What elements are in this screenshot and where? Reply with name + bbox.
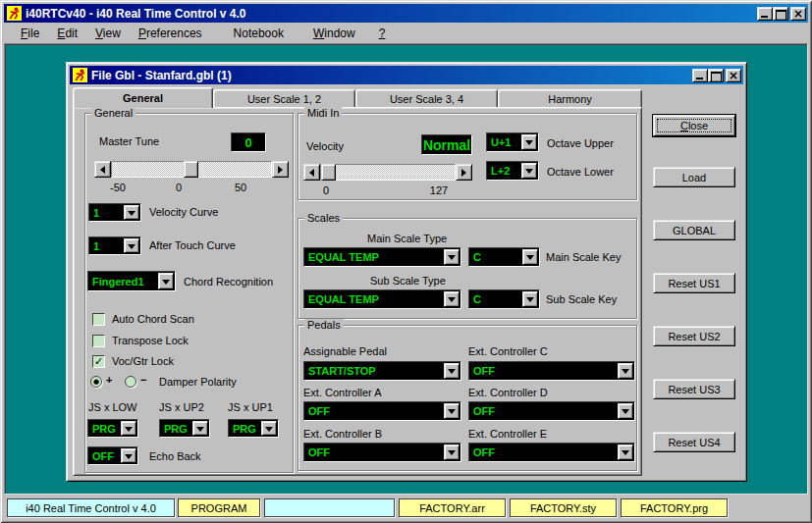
dropdown-button[interactable]: [124, 238, 139, 253]
dropdown-button[interactable]: [261, 421, 277, 436]
scroll-right-button[interactable]: [456, 164, 472, 181]
main-scale-key-select[interactable]: C: [468, 247, 540, 267]
dropdown-button[interactable]: [121, 421, 136, 436]
scroll-right-button[interactable]: [272, 161, 289, 178]
ext-controller-e-select[interactable]: OFF: [468, 443, 635, 462]
close-window-button[interactable]: ×: [790, 7, 806, 21]
damper-minus-radio[interactable]: [125, 376, 136, 388]
dropdown-button[interactable]: [444, 291, 460, 307]
load-button[interactable]: Load: [653, 167, 735, 187]
main-scale-type-select[interactable]: EQUAL TEMP: [303, 247, 461, 267]
dropdown-button[interactable]: [522, 291, 538, 307]
tab-user-scale-1-2[interactable]: User Scale 1, 2: [213, 89, 355, 108]
menu-edit[interactable]: Edit: [48, 24, 86, 43]
slider-track[interactable]: [320, 164, 456, 181]
child-maximize-button[interactable]: [708, 69, 724, 82]
combo-value: OFF: [473, 405, 495, 417]
echo-back-select[interactable]: OFF: [87, 446, 138, 465]
dropdown-button[interactable]: [444, 403, 460, 419]
ext-controller-d-select[interactable]: OFF: [468, 401, 635, 421]
dropdown-button[interactable]: [121, 448, 136, 463]
tab-harmony[interactable]: Harmony: [498, 89, 642, 108]
velocity-curve-select[interactable]: 1: [88, 203, 141, 222]
close-icon: ×: [729, 70, 738, 81]
octave-lower-select[interactable]: L+2: [486, 161, 539, 181]
chevron-down-icon: [162, 280, 170, 288]
tab-user-scale-3-4[interactable]: User Scale 3, 4: [355, 89, 498, 108]
scroll-left-button[interactable]: [94, 161, 111, 178]
child-close-button[interactable]: ×: [726, 69, 741, 82]
voc-gtr-lock-checkbox[interactable]: ✓: [92, 355, 105, 368]
reset-us1-button[interactable]: Reset US1: [653, 273, 735, 293]
transpose-lock-checkbox[interactable]: [92, 335, 105, 347]
radio-dot-icon: ●: [93, 379, 99, 386]
combo-value: Fingered1: [92, 276, 144, 288]
dropdown-button[interactable]: [124, 205, 139, 220]
menu-notebook[interactable]: Notebook: [225, 24, 293, 43]
dropdown-button[interactable]: [522, 249, 538, 265]
tick-label: 127: [427, 184, 451, 196]
arrow-right-icon: [461, 169, 470, 177]
statusbar: i40 Real Time Control v 4.0 PROGRAM FACT…: [4, 495, 808, 520]
auto-chord-scan-label: Auto Chord Scan: [112, 313, 194, 325]
sub-scale-key-label: Sub Scale Key: [546, 293, 617, 305]
js-up1-select[interactable]: PRG: [228, 419, 279, 438]
combo-value: C: [473, 251, 481, 263]
global-button[interactable]: GLOBAL: [653, 220, 735, 240]
reset-us4-button[interactable]: Reset US4: [653, 432, 735, 452]
dropdown-button[interactable]: [192, 421, 208, 436]
velocity-slider[interactable]: [303, 164, 472, 181]
dropdown-button[interactable]: [158, 273, 174, 289]
chord-recognition-select[interactable]: Fingered1: [87, 271, 176, 291]
assignable-pedal-select[interactable]: START/STOP: [303, 361, 461, 381]
group-general-legend: General: [91, 107, 135, 119]
dropdown-button[interactable]: [618, 363, 633, 379]
close-button[interactable]: Close: [653, 115, 735, 136]
tab-general[interactable]: General: [73, 87, 213, 108]
reset-us2-button[interactable]: Reset US2: [653, 326, 735, 346]
octave-upper-select[interactable]: U+1: [486, 132, 539, 152]
js-up2-select[interactable]: PRG: [159, 419, 210, 438]
master-tune-slider[interactable]: [94, 161, 289, 178]
transpose-lock-label: Transpose Lock: [112, 335, 189, 346]
ext-controller-d-label: Ext. Controller D: [468, 387, 548, 398]
dropdown-button[interactable]: [444, 249, 460, 265]
assignable-pedal-label: Assignable Pedal: [303, 345, 387, 357]
slider-thumb[interactable]: [184, 161, 198, 178]
chevron-down-icon: [128, 211, 135, 220]
after-touch-curve-select[interactable]: 1: [88, 236, 141, 255]
chevron-down-icon: [448, 450, 456, 459]
main-titlebar: i40RTCv40 - i40 Real Time Control v 4.0 …: [4, 4, 808, 23]
dropdown-button[interactable]: [618, 403, 633, 419]
menu-help[interactable]: ?: [370, 24, 395, 43]
sub-scale-key-select[interactable]: C: [468, 289, 540, 309]
dropdown-button[interactable]: [521, 134, 537, 150]
menu-view[interactable]: View: [86, 24, 130, 43]
menu-window[interactable]: Window: [304, 24, 364, 43]
main-scale-type-label: Main Scale Type: [367, 233, 447, 244]
auto-chord-scan-checkbox[interactable]: [92, 313, 105, 326]
scroll-left-button[interactable]: [303, 164, 320, 181]
menu-preferences[interactable]: Preferences: [130, 24, 211, 43]
ext-controller-b-select[interactable]: OFF: [303, 443, 461, 462]
dropdown-button[interactable]: [521, 163, 537, 179]
child-window: File Gbl - Stanfard.gbl (1) × General Us…: [66, 62, 747, 482]
ext-controller-a-select[interactable]: OFF: [303, 401, 461, 421]
combo-value: PRG: [233, 423, 256, 435]
menu-file[interactable]: File: [12, 24, 48, 43]
main-scale-key-label: Main Scale Key: [546, 251, 621, 263]
dropdown-button[interactable]: [444, 445, 460, 460]
damper-plus-radio[interactable]: ●: [90, 376, 102, 388]
group-midi-in: Midi In Velocity Normal 0 127 U+1: [298, 113, 637, 200]
dropdown-button[interactable]: [444, 363, 460, 379]
minimize-button[interactable]: [757, 7, 773, 21]
dropdown-button[interactable]: [618, 445, 633, 460]
slider-thumb[interactable]: [321, 164, 336, 181]
maximize-button[interactable]: [773, 7, 788, 21]
chevron-down-icon: [128, 244, 135, 253]
child-minimize-button[interactable]: [692, 69, 708, 82]
ext-controller-c-select[interactable]: OFF: [468, 361, 635, 381]
sub-scale-type-select[interactable]: EQUAL TEMP: [303, 289, 461, 309]
js-low-select[interactable]: PRG: [87, 419, 138, 438]
reset-us3-button[interactable]: Reset US3: [653, 379, 735, 399]
